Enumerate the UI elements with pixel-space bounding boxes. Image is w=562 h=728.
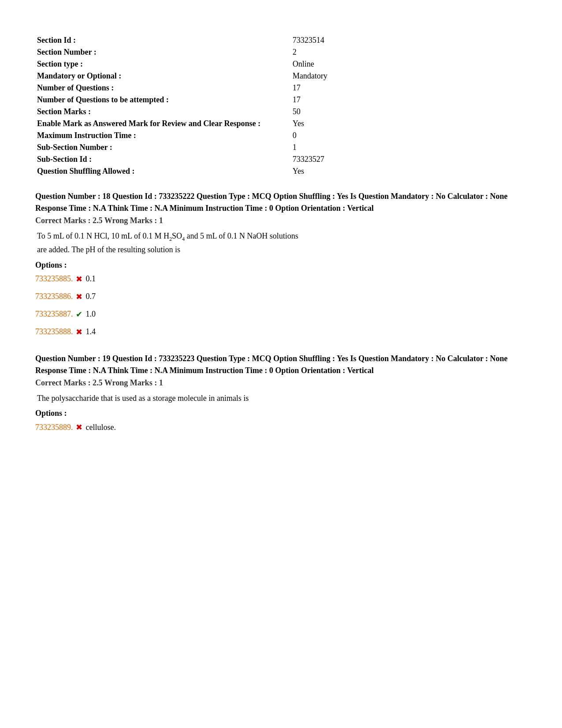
info-value: 1 [291,142,527,153]
info-row: Sub-Section Id :73323527 [35,153,527,165]
info-label: Mandatory or Optional : [35,70,291,82]
options-label: Options : [35,261,527,270]
question-meta: Question Number : 18 Question Id : 73323… [35,190,527,214]
option-text: 1.0 [86,310,96,319]
question-block: Question Number : 18 Question Id : 73323… [35,190,527,337]
option-text: 0.7 [86,292,96,301]
info-value: Yes [291,165,527,177]
info-row: Sub-Section Number :1 [35,142,527,153]
correct-marks: Correct Marks : 2.5 Wrong Marks : 1 [35,216,527,225]
option-id: 733235889. [35,423,73,432]
info-value: 50 [291,106,527,118]
info-row: Section type :Online [35,58,527,70]
info-label: Maximum Instruction Time : [35,130,291,142]
info-label: Number of Questions to be attempted : [35,94,291,106]
info-label: Enable Mark as Answered Mark for Review … [35,118,291,130]
wrong-icon: ✖ [76,327,82,337]
info-value: 73323514 [291,34,527,46]
info-row: Section Number :2 [35,46,527,58]
correct-marks: Correct Marks : 2.5 Wrong Marks : 1 [35,378,527,388]
option-item: 733235886.✖0.7 [35,292,527,302]
question-meta: Question Number : 19 Question Id : 73323… [35,353,527,377]
info-value: Mandatory [291,70,527,82]
wrong-icon: ✖ [76,292,82,302]
info-value: Online [291,58,527,70]
info-label: Section Marks : [35,106,291,118]
option-item: 733235887.✔1.0 [35,310,527,319]
info-row: Question Shuffling Allowed :Yes [35,165,527,177]
question-text: The polysaccharide that is used as a sto… [35,392,527,405]
question-text: To 5 mL of 0.1 N HCl, 10 mL of 0.1 M H2S… [35,230,527,256]
option-id: 733235888. [35,327,73,336]
section-info-table: Section Id :73323514Section Number :2Sec… [35,34,527,177]
info-label: Section type : [35,58,291,70]
wrong-icon: ✖ [76,422,82,432]
info-value: 0 [291,130,527,142]
info-label: Section Id : [35,34,291,46]
info-row: Section Id :73323514 [35,34,527,46]
info-row: Enable Mark as Answered Mark for Review … [35,118,527,130]
info-label: Section Number : [35,46,291,58]
option-id: 733235885. [35,274,73,284]
info-value: 17 [291,82,527,94]
option-id: 733235886. [35,292,73,301]
info-value: Yes [291,118,527,130]
info-label: Sub-Section Number : [35,142,291,153]
info-row: Number of Questions to be attempted :17 [35,94,527,106]
option-id: 733235887. [35,310,73,319]
info-value: 17 [291,94,527,106]
options-label: Options : [35,409,527,418]
option-text: cellulose. [86,423,116,432]
info-value: 2 [291,46,527,58]
info-row: Mandatory or Optional :Mandatory [35,70,527,82]
wrong-icon: ✖ [76,274,82,284]
option-text: 0.1 [86,274,96,284]
info-label: Number of Questions : [35,82,291,94]
info-row: Number of Questions :17 [35,82,527,94]
question-block: Question Number : 19 Question Id : 73323… [35,353,527,433]
option-text: 1.4 [86,327,96,336]
info-row: Section Marks :50 [35,106,527,118]
option-item: 733235888.✖1.4 [35,327,527,337]
info-value: 73323527 [291,153,527,165]
info-label: Sub-Section Id : [35,153,291,165]
correct-icon: ✔ [76,310,82,319]
info-label: Question Shuffling Allowed : [35,165,291,177]
option-item: 733235889.✖cellulose. [35,422,527,432]
info-row: Maximum Instruction Time :0 [35,130,527,142]
option-item: 733235885.✖0.1 [35,274,527,284]
